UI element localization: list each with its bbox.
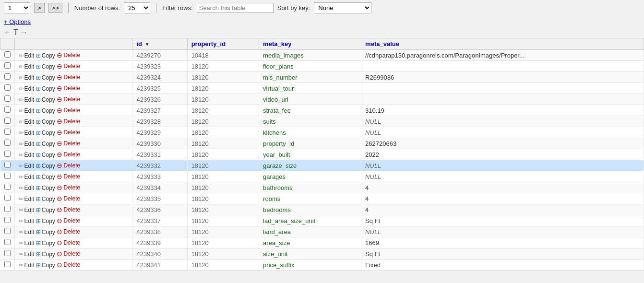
edit-button[interactable]: ✏ Edit — [19, 185, 35, 191]
copy-button[interactable]: ⊞ Copy — [36, 118, 55, 125]
copy-button[interactable]: ⊞ Copy — [36, 141, 55, 147]
delete-button[interactable]: ⊖ Delete — [57, 206, 80, 213]
copy-button[interactable]: ⊞ Copy — [36, 207, 55, 213]
cell-meta-key: video_url — [259, 94, 361, 105]
delete-button[interactable]: ⊖ Delete — [57, 162, 80, 169]
resize-icon[interactable]: T — [13, 28, 18, 37]
copy-button[interactable]: ⊞ Copy — [36, 52, 55, 59]
row-checkbox-input[interactable] — [4, 228, 11, 234]
edit-button[interactable]: ✏ Edit — [19, 130, 35, 136]
col-header-meta-key[interactable]: meta_key — [259, 38, 361, 50]
delete-button[interactable]: ⊖ Delete — [57, 129, 80, 136]
copy-button[interactable]: ⊞ Copy — [36, 251, 55, 258]
row-checkbox — [0, 171, 15, 182]
delete-button[interactable]: ⊖ Delete — [57, 73, 80, 81]
col-header-property-id[interactable]: property_id — [187, 38, 259, 50]
delete-button[interactable]: ⊖ Delete — [57, 84, 80, 92]
edit-button[interactable]: ✏ Edit — [19, 141, 35, 147]
row-checkbox-input[interactable] — [4, 73, 11, 80]
row-checkbox-input[interactable] — [4, 206, 11, 212]
pencil-icon: ✏ — [19, 107, 24, 114]
row-checkbox-input[interactable] — [4, 195, 11, 201]
copy-button[interactable]: ⊞ Copy — [36, 218, 55, 224]
row-checkbox-input[interactable] — [4, 51, 11, 58]
copy-button[interactable]: ⊞ Copy — [36, 96, 55, 103]
next-page-button[interactable]: > — [34, 3, 45, 13]
row-checkbox-input[interactable] — [4, 239, 11, 245]
options-bar[interactable]: + Options — [0, 16, 644, 27]
row-checkbox-input[interactable] — [4, 140, 11, 146]
copy-button[interactable]: ⊞ Copy — [36, 174, 55, 180]
delete-button[interactable]: ⊖ Delete — [57, 151, 80, 158]
delete-button[interactable]: ⊖ Delete — [57, 173, 80, 180]
edit-button[interactable]: ✏ Edit — [19, 85, 35, 92]
delete-button[interactable]: ⊖ Delete — [57, 250, 80, 258]
delete-button[interactable]: ⊖ Delete — [57, 140, 80, 147]
resize-left-icon[interactable]: ← — [4, 28, 12, 37]
copy-button[interactable]: ⊞ Copy — [36, 262, 55, 269]
delete-button[interactable]: ⊖ Delete — [57, 118, 80, 125]
options-link[interactable]: + Options — [4, 18, 31, 25]
edit-button[interactable]: ✏ Edit — [19, 251, 35, 258]
edit-button[interactable]: ✏ Edit — [19, 74, 35, 81]
sort-select[interactable]: Noneidproperty_idmeta_keymeta_value — [314, 2, 371, 13]
row-checkbox-input[interactable] — [4, 151, 11, 157]
row-checkbox-input[interactable] — [4, 62, 11, 69]
delete-button[interactable]: ⊖ Delete — [57, 184, 80, 191]
delete-button[interactable]: ⊖ Delete — [57, 228, 80, 236]
row-checkbox-input[interactable] — [4, 173, 11, 179]
resize-right-icon[interactable]: → — [20, 28, 28, 37]
last-page-button[interactable]: >> — [48, 3, 62, 13]
copy-button[interactable]: ⊞ Copy — [36, 152, 55, 158]
row-checkbox-input[interactable] — [4, 162, 11, 168]
copy-button[interactable]: ⊞ Copy — [36, 107, 55, 114]
edit-button[interactable]: ✏ Edit — [19, 196, 35, 202]
delete-button[interactable]: ⊖ Delete — [57, 106, 80, 114]
edit-button[interactable]: ✏ Edit — [19, 262, 35, 269]
edit-button[interactable]: ✏ Edit — [19, 163, 35, 169]
cell-meta-value — [361, 61, 644, 72]
copy-button[interactable]: ⊞ Copy — [36, 185, 55, 191]
row-checkbox — [0, 50, 15, 61]
row-checkbox-input[interactable] — [4, 84, 11, 91]
edit-button[interactable]: ✏ Edit — [19, 174, 35, 180]
edit-button[interactable]: ✏ Edit — [19, 96, 35, 103]
copy-button[interactable]: ⊞ Copy — [36, 229, 55, 236]
edit-button[interactable]: ✏ Edit — [19, 152, 35, 158]
search-input[interactable] — [197, 3, 274, 13]
copy-button[interactable]: ⊞ Copy — [36, 130, 55, 136]
edit-button[interactable]: ✏ Edit — [19, 207, 35, 213]
edit-button[interactable]: ✏ Edit — [19, 118, 35, 125]
copy-button[interactable]: ⊞ Copy — [36, 240, 55, 247]
row-checkbox-input[interactable] — [4, 118, 11, 124]
row-checkbox-input[interactable] — [4, 261, 11, 267]
delete-button[interactable]: ⊖ Delete — [57, 195, 80, 202]
row-checkbox-input[interactable] — [4, 217, 11, 223]
delete-button[interactable]: ⊖ Delete — [57, 62, 80, 70]
delete-button[interactable]: ⊖ Delete — [57, 217, 80, 224]
edit-button[interactable]: ✏ Edit — [19, 52, 35, 59]
copy-button[interactable]: ⊞ Copy — [36, 163, 55, 169]
col-header-meta-value[interactable]: meta_value — [361, 38, 644, 50]
delete-button[interactable]: ⊖ Delete — [57, 95, 80, 103]
edit-button[interactable]: ✏ Edit — [19, 107, 35, 114]
row-checkbox-input[interactable] — [4, 250, 11, 256]
col-header-id[interactable]: id ▼ — [132, 38, 187, 50]
row-checkbox-input[interactable] — [4, 95, 11, 102]
delete-button[interactable]: ⊖ Delete — [57, 51, 80, 59]
edit-button[interactable]: ✏ Edit — [19, 63, 35, 70]
copy-button[interactable]: ⊞ Copy — [36, 196, 55, 202]
edit-button[interactable]: ✏ Edit — [19, 229, 35, 236]
row-checkbox-input[interactable] — [4, 129, 11, 135]
row-checkbox-input[interactable] — [4, 184, 11, 190]
edit-button[interactable]: ✏ Edit — [19, 218, 35, 224]
delete-button[interactable]: ⊖ Delete — [57, 239, 80, 247]
copy-button[interactable]: ⊞ Copy — [36, 85, 55, 92]
row-checkbox-input[interactable] — [4, 106, 11, 113]
copy-button[interactable]: ⊞ Copy — [36, 74, 55, 81]
delete-button[interactable]: ⊖ Delete — [57, 261, 80, 269]
page-select[interactable]: 1 — [4, 2, 30, 13]
copy-button[interactable]: ⊞ Copy — [36, 63, 55, 70]
rows-per-page-select[interactable]: 251050100 — [124, 2, 150, 13]
edit-button[interactable]: ✏ Edit — [19, 240, 35, 247]
